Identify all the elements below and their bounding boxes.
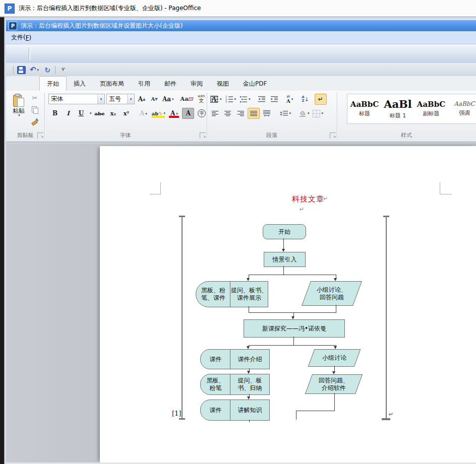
highlight-color-button[interactable]: ab ✎ ▾ <box>151 108 166 118</box>
increase-indent-icon <box>270 95 278 103</box>
clear-formatting-button[interactable]: Aa <box>180 94 195 104</box>
connector <box>249 312 336 313</box>
redo-icon: ↻ <box>44 67 50 74</box>
sort-button[interactable]: A Z ↓ <box>300 94 311 104</box>
save-button[interactable] <box>16 65 26 75</box>
arrowhead-icon <box>247 396 250 400</box>
left-rule <box>182 216 183 420</box>
connector <box>336 305 336 312</box>
copy-button[interactable] <box>29 104 40 114</box>
flow-node-step4: 讲解知识 <box>230 400 270 421</box>
ribbon: ↶ ▾ ↻ ▾ 开始 插入 页面布局 引用 邮件 审阅 视图 金山PDF <box>6 63 476 143</box>
tab-page-layout[interactable]: 页面布局 <box>93 77 131 91</box>
font-dialog-launcher[interactable]: ↘ <box>200 132 206 139</box>
tab-insert[interactable]: 插入 <box>67 77 93 91</box>
increase-indent-button[interactable] <box>269 94 280 104</box>
tab-references[interactable]: 引用 <box>131 77 157 91</box>
arrowhead-icon <box>247 371 250 374</box>
change-case-button[interactable]: Aa▾ <box>161 94 175 104</box>
tab-mailings[interactable]: 邮件 <box>157 77 184 91</box>
strikethrough-button[interactable]: abe <box>94 108 106 118</box>
shading-button[interactable]: ▾ <box>298 108 311 118</box>
flow-node-tool4: 课件 <box>200 400 231 421</box>
customize-qat-button[interactable]: ▾ <box>58 65 68 75</box>
bullets-button[interactable]: ▾ <box>210 94 223 104</box>
app-title: 演示：后台编程插入图片到数据区域并设置图片大小(企业版) <box>21 22 183 30</box>
pinyin-icon: wén 文 <box>198 95 205 103</box>
justify-icon <box>250 109 258 117</box>
text-effects-button[interactable]: A▾ <box>138 108 149 118</box>
line-spacing-button[interactable]: ↕ ▾ <box>278 108 292 118</box>
underline-button[interactable]: U <box>76 108 87 118</box>
quick-access-toolbar: ↶ ▾ ↻ ▾ <box>6 63 476 76</box>
enclose-characters-button[interactable]: 字 <box>196 108 207 118</box>
right-rule-cap-top <box>383 216 389 217</box>
arrowhead-icon <box>247 346 250 349</box>
multilevel-list-button[interactable]: ▾ <box>239 94 252 104</box>
format-painter-button[interactable] <box>29 116 40 126</box>
clipboard-dialog-launcher[interactable]: ↘ <box>37 132 43 139</box>
style-subtitle[interactable]: AaBbC 副标题 <box>415 96 447 122</box>
paragraph-dialog-launcher[interactable]: ↘ <box>330 132 336 139</box>
tab-home[interactable]: 开始 <box>39 76 67 91</box>
paste-button[interactable]: 粘贴 ▾ <box>10 94 27 117</box>
style-preview: AaBl <box>384 98 412 110</box>
paint-bucket-icon <box>299 109 307 117</box>
paragraph-group-label: 段落 <box>207 131 337 140</box>
justify-button[interactable] <box>248 108 260 119</box>
right-rule-cap-bottom <box>382 418 390 420</box>
app-titlebar: P 演示：后台编程插入图片到数据区域并设置图片大小(企业版) <box>6 20 476 31</box>
tab-view[interactable]: 视图 <box>210 77 236 91</box>
italic-button[interactable]: I <box>63 108 74 118</box>
cut-button[interactable]: ✂ <box>29 93 40 103</box>
menu-file-text: 文件( <box>11 33 26 42</box>
arrowhead-icon <box>332 371 335 374</box>
align-left-button[interactable] <box>210 108 221 118</box>
asian-layout-button[interactable]: ⇄ A ▾ <box>284 94 295 104</box>
font-name-combo[interactable]: 宋体 ▾ <box>48 94 105 104</box>
style-heading1[interactable]: AaBl 标题 1 <box>382 96 414 122</box>
menu-file[interactable]: 文件(F) <box>6 31 36 44</box>
separator <box>55 66 55 74</box>
styles-gallery: AaBbC 标题 AaBl 标题 1 AaBbC 副标题 AaBbC 强调 <box>347 94 476 124</box>
phonetic-guide-button[interactable]: wén 文 <box>196 94 207 104</box>
shrink-font-button[interactable]: A▼ <box>149 94 160 104</box>
grow-font-button[interactable]: A▲ <box>136 94 147 104</box>
flow-node-tool2: 课件 <box>200 349 231 369</box>
connector <box>249 345 336 346</box>
bold-button[interactable]: B <box>49 108 61 118</box>
bullet-list-icon <box>211 95 219 103</box>
align-center-button[interactable] <box>222 108 233 118</box>
style-emphasis[interactable]: AaBbC 强调 <box>448 96 476 122</box>
style-name: 副标题 <box>423 110 440 117</box>
redo-button[interactable]: ↻ <box>42 65 52 75</box>
align-right-button[interactable] <box>235 108 246 118</box>
distribute-button[interactable] <box>261 108 272 118</box>
show-hide-marks-button[interactable]: ↵ <box>315 94 327 105</box>
pageoffice-logo-icon: P <box>5 4 15 14</box>
flow-node-start: 开始 <box>263 224 306 239</box>
numbering-button[interactable]: 1 2 3 ▾ <box>224 94 237 104</box>
font-size-combo[interactable]: 五号 ▾ <box>106 94 135 104</box>
copy-icon <box>32 106 38 113</box>
flow-node-discuss1: 小组讨论、 回答问题 <box>302 281 362 306</box>
superscript-button[interactable]: x² <box>121 108 132 118</box>
character-shading-button[interactable]: A <box>182 108 194 119</box>
connector <box>283 238 284 249</box>
multilevel-list-icon <box>240 95 248 103</box>
flow-node-intro: 情景引入 <box>264 252 306 267</box>
ribbon-tab-bar: 开始 插入 页面布局 引用 邮件 审阅 视图 金山PDF <box>6 76 476 91</box>
window-title: 演示：后台编程插入图片到数据区域(专业版、企业版) - PageOffice <box>19 4 201 13</box>
borders-button[interactable]: ▾ <box>312 108 324 118</box>
connector <box>296 411 335 411</box>
menu-file-text-close: ) <box>29 34 32 41</box>
font-color-bar <box>169 116 179 118</box>
decrease-indent-button[interactable] <box>256 94 267 104</box>
font-color-button[interactable]: A ▾ <box>168 108 180 118</box>
tab-kingsoft-pdf[interactable]: 金山PDF <box>236 77 274 91</box>
style-name: 标题 1 <box>390 112 406 119</box>
tab-review[interactable]: 审阅 <box>184 77 210 91</box>
style-title[interactable]: AaBbC 标题 <box>348 96 381 122</box>
undo-button[interactable]: ↶ ▾ <box>29 65 39 75</box>
subscript-button[interactable]: x₂ <box>107 108 118 118</box>
